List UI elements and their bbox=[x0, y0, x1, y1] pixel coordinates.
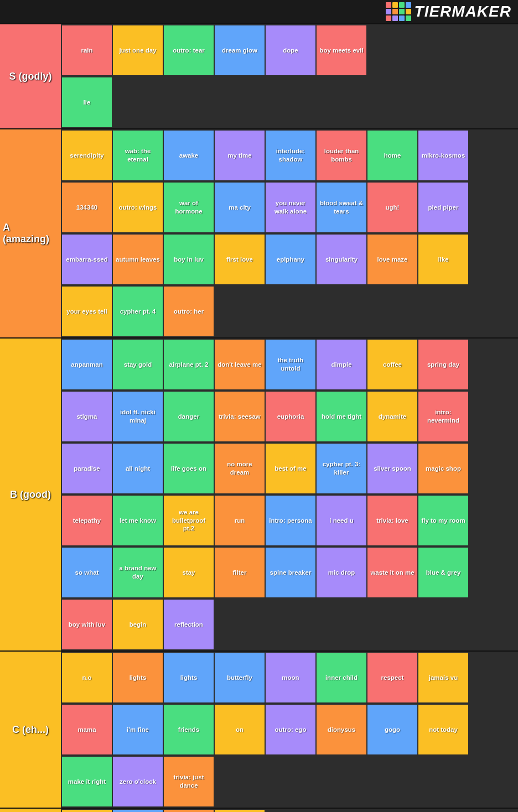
tier-cell[interactable]: dimple bbox=[317, 340, 366, 389]
tier-cell[interactable]: embarra-ssed bbox=[62, 235, 112, 284]
tier-cell[interactable]: epiphany bbox=[266, 235, 315, 284]
tier-cell[interactable]: first love bbox=[215, 235, 265, 284]
tier-cell[interactable]: hold me tight bbox=[317, 392, 366, 441]
tier-cell[interactable]: waste it on me bbox=[367, 548, 417, 597]
tier-cell[interactable]: dope bbox=[266, 25, 315, 75]
tier-cell[interactable]: you never walk alone bbox=[266, 183, 315, 232]
tier-cell[interactable]: we are bulletproof pt.2 bbox=[164, 496, 214, 545]
tier-cell[interactable]: reflection bbox=[164, 600, 214, 649]
tier-cell[interactable]: trivia: just dance bbox=[164, 757, 214, 806]
tier-cell[interactable]: trivia: love bbox=[367, 496, 417, 545]
tier-cell[interactable]: idol bbox=[62, 810, 112, 812]
tier-cell[interactable]: stigma bbox=[62, 392, 112, 441]
tier-cell[interactable]: airplane pt. 2 bbox=[164, 340, 214, 389]
tier-cell[interactable]: respect bbox=[367, 653, 417, 702]
tier-cell[interactable]: mic drop bbox=[317, 548, 366, 597]
tier-cell[interactable]: inner child bbox=[317, 653, 366, 702]
tier-cell[interactable]: like bbox=[418, 235, 468, 284]
tier-cell[interactable]: n.o bbox=[62, 653, 112, 702]
tier-cell[interactable]: spine breaker bbox=[266, 548, 315, 597]
tier-cell[interactable]: a brand new day bbox=[113, 548, 163, 597]
tier-cell[interactable]: dynamite bbox=[367, 392, 417, 441]
tier-cell[interactable]: don't leave me bbox=[215, 340, 265, 389]
tier-cell[interactable]: lie bbox=[62, 77, 112, 127]
tier-cell[interactable]: danger bbox=[164, 392, 214, 441]
tier-cell[interactable]: pied piper bbox=[418, 183, 468, 232]
tier-cell[interactable]: boy with luv bbox=[62, 600, 112, 649]
tier-cell[interactable]: anpanman bbox=[62, 340, 112, 389]
tier-cell[interactable]: coffee bbox=[367, 340, 417, 389]
tier-cell[interactable]: idol ft. nicki minaj bbox=[113, 392, 163, 441]
tier-cell[interactable]: friends bbox=[164, 705, 214, 754]
tier-cell[interactable]: 134340 bbox=[62, 183, 112, 232]
tier-cell[interactable]: begin bbox=[113, 600, 163, 649]
tier-cell[interactable]: boy meets evil bbox=[317, 25, 366, 75]
tier-cell[interactable]: lights bbox=[164, 653, 214, 702]
tier-cell[interactable]: trivia: seesaw bbox=[215, 392, 265, 441]
tier-cell[interactable]: mikro-kosmos bbox=[418, 131, 468, 180]
tier-cell[interactable]: love maze bbox=[367, 235, 417, 284]
tier-cell[interactable]: silver spoon bbox=[367, 444, 417, 493]
tier-cell[interactable]: butterfly bbox=[215, 653, 265, 702]
tier-cell[interactable]: awake bbox=[164, 131, 214, 180]
tier-cell[interactable]: rain bbox=[62, 25, 112, 75]
tier-cell[interactable]: magic shop bbox=[418, 444, 468, 493]
tier-cell[interactable]: zero o'clock bbox=[113, 757, 163, 806]
tier-cell[interactable]: boy in luv bbox=[164, 235, 214, 284]
tier-cell[interactable]: interlude: shadow bbox=[266, 131, 315, 180]
tier-cell[interactable]: jamais vu bbox=[418, 653, 468, 702]
tier-cell[interactable]: dionysus bbox=[317, 705, 366, 754]
tier-cell[interactable]: outro: her bbox=[164, 287, 214, 336]
tier-cell[interactable]: outro: ego bbox=[266, 705, 315, 754]
tier-cell[interactable]: not today bbox=[418, 705, 468, 754]
tier-cell[interactable]: euphoria bbox=[266, 392, 315, 441]
tier-cell[interactable]: make it right bbox=[62, 757, 112, 806]
tier-cell[interactable]: just one day bbox=[113, 25, 163, 75]
tier-cell[interactable]: blue & grey bbox=[418, 548, 468, 597]
tier-cell[interactable]: life goes on bbox=[164, 444, 214, 493]
tier-cell[interactable]: let me know bbox=[113, 496, 163, 545]
tier-cell[interactable]: louder than bombs bbox=[317, 131, 366, 180]
tier-cell[interactable]: lights bbox=[113, 653, 163, 702]
tier-cell[interactable]: singularity bbox=[317, 235, 366, 284]
tier-cell[interactable]: dna bbox=[215, 810, 265, 812]
tier-cell[interactable]: on bbox=[215, 705, 265, 754]
tier-cell[interactable]: best of me bbox=[266, 444, 315, 493]
tier-cell[interactable]: so what bbox=[62, 548, 112, 597]
tier-cell[interactable]: outro: wings bbox=[113, 183, 163, 232]
tier-cell[interactable]: your eyes tell bbox=[62, 287, 112, 336]
tier-cell[interactable]: outro: tear bbox=[164, 25, 214, 75]
tier-cell[interactable]: i'm fine bbox=[113, 705, 163, 754]
tier-cell[interactable]: telepathy bbox=[62, 496, 112, 545]
tier-cell[interactable]: gogo bbox=[367, 705, 417, 754]
tier-cell[interactable]: run bbox=[215, 496, 265, 545]
tier-cell[interactable]: paradise bbox=[62, 444, 112, 493]
tier-cell[interactable]: dream glow bbox=[215, 25, 265, 75]
tier-cell[interactable]: on ft. sia bbox=[113, 810, 163, 812]
tier-cell[interactable]: wab: the eternal bbox=[113, 131, 163, 180]
tier-cell[interactable]: my time bbox=[215, 131, 265, 180]
tier-cell[interactable]: cypher pt. 3: killer bbox=[317, 444, 366, 493]
tier-cell[interactable]: cypher pt. 4 bbox=[113, 287, 163, 336]
tier-cell[interactable]: war of hormone bbox=[164, 183, 214, 232]
tier-cell[interactable]: 21st century girl bbox=[164, 810, 214, 812]
tier-cell[interactable]: fly to my room bbox=[418, 496, 468, 545]
tier-cell[interactable]: mama bbox=[62, 705, 112, 754]
tier-cell[interactable]: ugh! bbox=[367, 183, 417, 232]
tier-cell[interactable]: filter bbox=[215, 548, 265, 597]
tier-cell[interactable]: stay bbox=[164, 548, 214, 597]
tier-cell[interactable]: moon bbox=[266, 653, 315, 702]
tier-cell[interactable]: home bbox=[367, 131, 417, 180]
tier-cell[interactable]: ma city bbox=[215, 183, 265, 232]
tier-cell[interactable]: intro: nevermind bbox=[418, 392, 468, 441]
tier-cell[interactable]: blood sweat & tears bbox=[317, 183, 366, 232]
tier-cell[interactable]: intro: persona bbox=[266, 496, 315, 545]
tier-cell[interactable]: the truth untold bbox=[266, 340, 315, 389]
tier-cell[interactable]: i need u bbox=[317, 496, 366, 545]
tier-cell[interactable]: serendipity bbox=[62, 131, 112, 180]
tier-cell[interactable]: stay gold bbox=[113, 340, 163, 389]
tier-cell[interactable]: all night bbox=[113, 444, 163, 493]
tier-cell[interactable]: spring day bbox=[418, 340, 468, 389]
tier-cell[interactable]: autumn leaves bbox=[113, 235, 163, 284]
tier-cell[interactable]: no more dream bbox=[215, 444, 265, 493]
